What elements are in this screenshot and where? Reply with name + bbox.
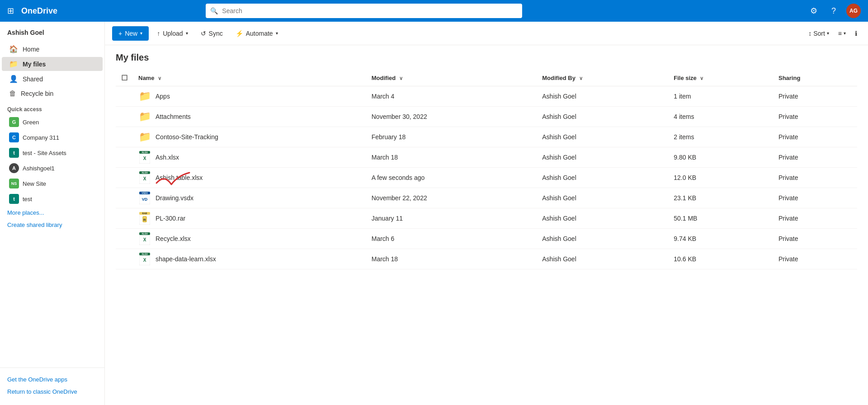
automate-button[interactable]: ⚡ Automate ▾ [231, 26, 283, 41]
row-size-shape-data-learn-xlsx: 10.6 KB [668, 249, 773, 269]
file-area: My files ☐ Name ∨ Modified ∨ [105, 45, 868, 405]
qa-ashishgoel1[interactable]: A Ashishgoel1 [2, 161, 103, 175]
table-header-row: ☐ Name ∨ Modified ∨ Modified By ∨ File s [116, 70, 857, 86]
row-checkbox-shape-data-learn-xlsx[interactable]: ☐ [116, 249, 133, 269]
automate-chevron-icon: ▾ [276, 31, 278, 36]
row-sharing-ash-xlsx: Private [773, 147, 857, 168]
upload-icon: ↑ [157, 30, 160, 37]
return-classic-link[interactable]: Return to classic OneDrive [0, 386, 104, 398]
row-checkbox-pl300-rar[interactable]: ☐ [116, 208, 133, 229]
sidebar-bottom: Get the OneDrive apps Return to classic … [0, 367, 104, 401]
folder-icon: 📁 [9, 60, 18, 68]
row-name-apps[interactable]: 📁Apps [133, 86, 366, 107]
th-name[interactable]: Name ∨ [133, 70, 366, 86]
row-modified-recycle-xlsx: March 6 [366, 229, 537, 249]
row-modified-attachments: November 30, 2022 [366, 107, 537, 127]
th-modified-by[interactable]: Modified By ∨ [537, 70, 668, 86]
table-row[interactable]: ☐ XLSX X Ash.xlsx March 18 Ashish Goel 9… [116, 147, 857, 168]
table-row[interactable]: ☐ VSDX VD Drawing.vsdx November 22, 2022… [116, 188, 857, 208]
qa-ashishgoel1-badge: A [9, 163, 19, 173]
row-sharing-apps: Private [773, 86, 857, 107]
file-icon-shape-data-learn-xlsx: XLSX X [138, 253, 151, 265]
row-checkbox-ash-xlsx[interactable]: ☐ [116, 147, 133, 168]
table-row[interactable]: ☐ XLSX X shape-data-learn.xlsx March 18 … [116, 249, 857, 269]
row-name-contoso[interactable]: 📁Contoso-Site-Tracking [133, 127, 366, 147]
row-checkbox-contoso[interactable]: ☐ [116, 127, 133, 147]
svg-text:X: X [143, 156, 146, 161]
qa-test[interactable]: t test [2, 192, 103, 206]
row-modified-contoso: February 18 [366, 127, 537, 147]
qa-green[interactable]: G Green [2, 115, 103, 129]
table-row[interactable]: ☐ RAR R PL-300.rar January 11 Ashish Goe… [116, 208, 857, 229]
svg-text:XLSX: XLSX [142, 171, 148, 174]
row-checkbox-apps[interactable]: ☐ [116, 86, 133, 107]
row-name-attachments[interactable]: 📁Attachments [133, 107, 366, 127]
upload-chevron-icon: ▾ [186, 31, 188, 36]
qa-green-badge: G [9, 117, 19, 127]
toolbar-right: ↕ Sort ▾ ≡ ▾ ℹ [805, 26, 861, 41]
row-modified-by-recycle-xlsx: Ashish Goel [537, 229, 668, 249]
row-checkbox-recycle-xlsx[interactable]: ☐ [116, 229, 133, 249]
qa-test-badge: t [9, 194, 19, 204]
waffle-icon[interactable]: ⊞ [7, 6, 14, 16]
row-name-shape-data-learn-xlsx[interactable]: XLSX X shape-data-learn.xlsx [133, 249, 366, 269]
sync-button[interactable]: ↺ Sync [196, 26, 227, 41]
sidebar-item-myfiles[interactable]: 📁 My files [2, 57, 103, 71]
search-input[interactable] [206, 4, 522, 18]
qa-company311-label: Company 311 [23, 134, 59, 141]
sidebar-item-recycle[interactable]: 🗑 Recycle bin [2, 87, 103, 100]
table-row[interactable]: ☐ 📁Contoso-Site-Tracking February 18 Ash… [116, 127, 857, 147]
row-sharing-shape-data-learn-xlsx: Private [773, 249, 857, 269]
get-apps-link[interactable]: Get the OneDrive apps [0, 373, 104, 386]
svg-text:XLSX: XLSX [142, 151, 148, 154]
table-row[interactable]: ☐ XLSX X Recycle.xlsx March 6 Ashish Goe… [116, 229, 857, 249]
row-sharing-drawing-vsdx: Private [773, 188, 857, 208]
file-icon-recycle-xlsx: XLSX X [138, 232, 151, 245]
file-name-shape-data-learn-xlsx: shape-data-learn.xlsx [156, 255, 216, 263]
info-button[interactable]: ℹ [851, 26, 861, 41]
row-name-drawing-vsdx[interactable]: VSDX VD Drawing.vsdx [133, 188, 366, 208]
table-row[interactable]: ☐ XLSX X Ashish table.xlsx A few seconds… [116, 168, 857, 188]
top-navigation: ⊞ OneDrive 🔍 ⚙ ? AG [0, 0, 868, 22]
file-size-sort-icon: ∨ [700, 75, 703, 81]
view-button[interactable]: ≡ ▾ [835, 26, 849, 41]
file-table: ☐ Name ∨ Modified ∨ Modified By ∨ File s [116, 70, 857, 269]
row-checkbox-drawing-vsdx[interactable]: ☐ [116, 188, 133, 208]
row-name-recycle-xlsx[interactable]: XLSX X Recycle.xlsx [133, 229, 366, 249]
new-button[interactable]: + New ▾ [112, 26, 149, 41]
create-shared-library-link[interactable]: Create shared library [0, 219, 104, 231]
sort-button[interactable]: ↕ Sort ▾ [805, 26, 833, 41]
help-button[interactable]: ? [826, 4, 841, 18]
user-avatar[interactable]: AG [846, 4, 861, 18]
more-places-link[interactable]: More places... [0, 207, 104, 219]
upload-button[interactable]: ↑ Upload ▾ [152, 26, 192, 41]
row-name-ash-xlsx[interactable]: XLSX X Ash.xlsx [133, 147, 366, 168]
row-checkbox-ashish-table-xlsx[interactable]: ☐ [116, 168, 133, 188]
qa-new-site[interactable]: NS New Site [2, 176, 103, 191]
qa-company311[interactable]: C Company 311 [2, 130, 103, 145]
row-modified-by-ash-xlsx: Ashish Goel [537, 147, 668, 168]
row-modified-by-attachments: Ashish Goel [537, 107, 668, 127]
sidebar: Ashish Goel 🏠 Home 📁 My files 👤 Shared 🗑… [0, 22, 105, 405]
svg-text:XLSX: XLSX [142, 253, 148, 255]
row-name-ashish-table-xlsx[interactable]: XLSX X Ashish table.xlsx [133, 168, 366, 188]
file-name-ash-xlsx: Ash.xlsx [156, 154, 179, 161]
row-modified-by-pl300-rar: Ashish Goel [537, 208, 668, 229]
qa-test-site-assets[interactable]: t test - Site Assets [2, 146, 103, 160]
table-row[interactable]: ☐ 📁Apps March 4 Ashish Goel 1 item Priva… [116, 86, 857, 107]
sidebar-item-shared[interactable]: 👤 Shared [2, 72, 103, 86]
sidebar-item-home[interactable]: 🏠 Home [2, 42, 103, 56]
settings-button[interactable]: ⚙ [807, 4, 821, 18]
row-size-recycle-xlsx: 9.74 KB [668, 229, 773, 249]
row-name-pl300-rar[interactable]: RAR R PL-300.rar [133, 208, 366, 229]
page-title: My files [116, 52, 857, 63]
svg-text:X: X [143, 258, 146, 263]
th-file-size[interactable]: File size ∨ [668, 70, 773, 86]
row-checkbox-attachments[interactable]: ☐ [116, 107, 133, 127]
table-row[interactable]: ☐ 📁Attachments November 30, 2022 Ashish … [116, 107, 857, 127]
th-modified[interactable]: Modified ∨ [366, 70, 537, 86]
row-sharing-attachments: Private [773, 107, 857, 127]
svg-text:X: X [143, 176, 146, 181]
qa-new-site-label: New Site [23, 180, 46, 187]
quick-access-title: Quick access [0, 101, 104, 114]
